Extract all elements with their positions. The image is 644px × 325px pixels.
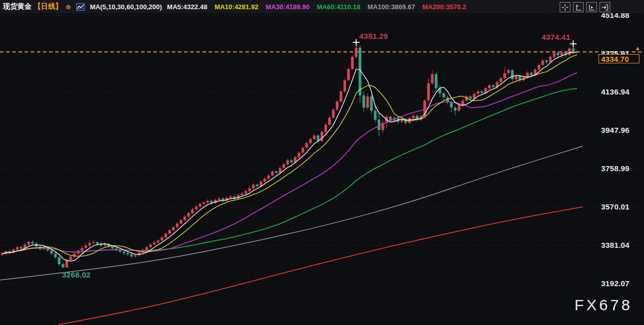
candle <box>81 248 83 250</box>
candle <box>16 247 18 250</box>
ma-values: MA5:4322.48MA10:4281.92MA30:4189.90MA60:… <box>167 3 466 11</box>
candle <box>443 94 445 98</box>
candle <box>366 97 369 108</box>
candle <box>503 73 506 78</box>
candle <box>480 91 483 93</box>
candle <box>515 76 517 79</box>
candle <box>202 202 205 204</box>
candle <box>336 102 338 110</box>
candle <box>557 53 559 55</box>
pan-crosshair-icon[interactable] <box>560 2 570 12</box>
candle <box>218 198 220 200</box>
candle <box>309 139 312 143</box>
candle <box>499 78 502 82</box>
candle <box>267 175 270 178</box>
candle <box>58 257 60 264</box>
axis-price-label: 3758.99 <box>601 164 641 173</box>
candle <box>328 118 331 125</box>
chart-toolbar <box>560 2 610 12</box>
candle <box>183 217 186 220</box>
candle <box>191 210 194 213</box>
candle <box>477 91 479 94</box>
candle <box>195 206 197 210</box>
candle <box>168 230 171 234</box>
candle <box>339 91 342 102</box>
watermark: FX678 <box>574 296 632 314</box>
candle <box>530 73 533 75</box>
candle <box>20 247 22 249</box>
ma-value-label: MA10:4281.92 <box>215 3 259 11</box>
ma-group-label: MA(5,10,30,60,100,200) <box>90 3 162 11</box>
candle <box>473 94 475 99</box>
chart-canvas[interactable] <box>0 0 644 325</box>
candle <box>302 148 304 153</box>
candle <box>553 53 556 57</box>
indicator-chart-icon[interactable] <box>76 3 85 11</box>
ma-value-label: MA200:3570.2 <box>422 3 466 11</box>
candle <box>347 69 350 80</box>
candle <box>88 243 91 246</box>
axis-price-label: 3570.01 <box>601 202 641 211</box>
candle <box>31 242 34 243</box>
symbol-title: 现货黄金 <box>3 2 32 11</box>
current-price-tag: 4334.70 <box>599 54 639 63</box>
candle <box>187 213 190 217</box>
candle <box>275 172 278 173</box>
exit-chart-icon[interactable] <box>600 2 610 12</box>
candle <box>62 264 64 267</box>
candle <box>541 60 544 65</box>
candle <box>355 48 357 57</box>
candle <box>149 244 152 247</box>
scale-axis-flag-icon[interactable] <box>573 2 584 12</box>
candle <box>538 65 540 69</box>
price-direction-arrow-icon: ▲ <box>635 45 640 51</box>
candle <box>511 70 514 79</box>
candle <box>157 240 159 242</box>
candle <box>290 160 293 163</box>
candle <box>507 70 510 73</box>
axis-price-label: 4136.94 <box>601 87 641 96</box>
candle <box>325 125 327 132</box>
candle <box>549 57 551 62</box>
candle <box>332 110 335 118</box>
candle <box>351 57 354 69</box>
candle <box>298 153 301 157</box>
candle <box>130 254 133 257</box>
axis-price-label: 3947.96 <box>601 126 641 134</box>
ma-value-label: MA30:4189.90 <box>266 3 310 11</box>
candle <box>104 244 106 245</box>
candle <box>454 108 456 111</box>
candle <box>165 234 167 237</box>
candle <box>210 201 213 203</box>
candle <box>545 60 548 62</box>
candle <box>412 115 415 118</box>
candle <box>572 49 574 52</box>
ma-value-label: MA100:3869.67 <box>367 3 415 11</box>
candle <box>229 196 232 198</box>
candle <box>50 250 53 253</box>
interval-label: 【日线】 <box>34 2 62 11</box>
scale-axis-play-icon[interactable] <box>586 2 597 12</box>
candle <box>378 120 380 130</box>
candle <box>176 224 178 227</box>
candle <box>427 83 430 101</box>
chart-window: 现货黄金 【日线】 ⊕ MA(5,10,30,60,100,200) MA5:4… <box>0 0 644 325</box>
axis-price-label: 3192.07 <box>601 279 641 288</box>
candle <box>450 103 453 108</box>
chart-header: 现货黄金 【日线】 ⊕ MA(5,10,30,60,100,200) MA5:4… <box>0 0 644 13</box>
candle <box>70 257 72 260</box>
candle <box>286 160 289 165</box>
candle <box>160 238 163 241</box>
add-indicator-icon[interactable]: ⊕ <box>65 3 71 11</box>
candle <box>123 251 125 253</box>
ma-value-label: MA5:4322.48 <box>167 3 208 11</box>
candle <box>252 184 255 188</box>
candle <box>84 245 87 248</box>
candle <box>263 178 266 181</box>
candle <box>561 53 563 56</box>
axis-price-label: 3381.04 <box>601 241 641 249</box>
candle <box>92 242 95 243</box>
candle <box>146 247 148 250</box>
candle <box>488 85 491 88</box>
candle <box>206 201 209 202</box>
